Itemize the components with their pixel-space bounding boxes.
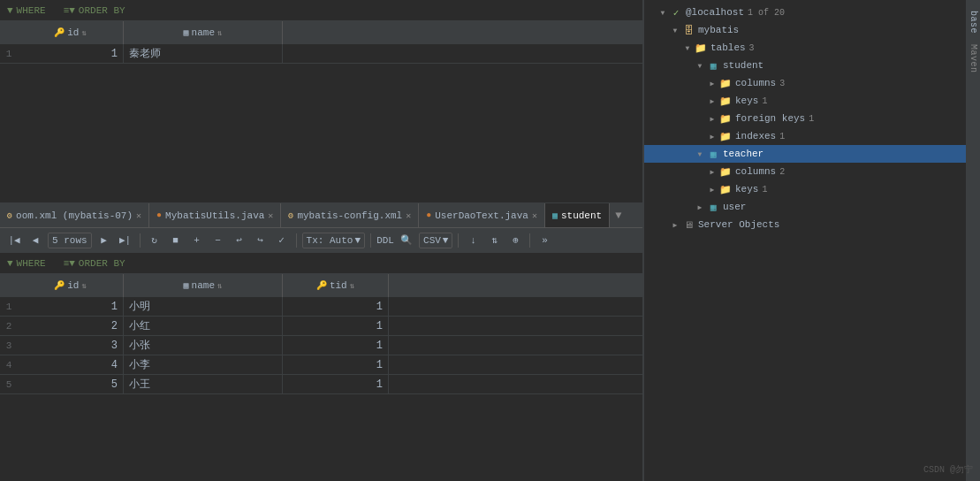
cell-tid-3: 1 — [283, 336, 389, 355]
tree-host[interactable]: ▼ ✓ @localhost 1 of 20 — [644, 4, 966, 21]
tree-table-teacher[interactable]: ▼ ▦ teacher — [644, 145, 966, 163]
search-btn[interactable]: 🔍 — [398, 232, 415, 249]
host-badge: 1 of 20 — [748, 8, 785, 18]
refresh-btn[interactable]: ↻ — [146, 232, 163, 249]
delete-btn[interactable]: − — [209, 232, 227, 249]
tab-config-xml[interactable]: ⚙ mybatis-config.xml ✕ — [281, 203, 419, 227]
undo-btn[interactable]: ↩ — [231, 232, 248, 249]
tables-arrow: ▼ — [681, 42, 694, 54]
table-row[interactable]: 5 5 小王 1 — [0, 375, 642, 394]
row-num-2: 2 — [0, 321, 18, 332]
tree-student-columns[interactable]: ▶ 📁 columns 3 — [644, 74, 966, 92]
b-table-icon: ▦ — [184, 280, 189, 291]
tab-close-icon-4[interactable]: ✕ — [532, 210, 537, 221]
add-btn[interactable]: + — [188, 232, 206, 249]
bottom-filter-bar: ▼ WHERE ≡▼ ORDER BY — [0, 253, 642, 274]
redo-btn[interactable]: ↪ — [252, 232, 270, 249]
tab-mybatisutils[interactable]: ● MybatisUtils.java ✕ — [149, 203, 281, 227]
user-label: user — [723, 202, 746, 212]
extra-btn[interactable]: » — [536, 232, 553, 249]
orderby-label: ORDER BY — [79, 5, 125, 16]
bottom-col-tid[interactable]: 🔑 tid ⇅ — [283, 274, 389, 297]
key-icon: 🔑 — [54, 27, 65, 38]
cell-name-5: 小王 — [124, 375, 283, 393]
cell-id-1: 1 — [18, 297, 124, 316]
nav-prev-btn[interactable]: ◀ — [27, 232, 44, 249]
tab-label: oom.xml (mybatis-07) — [16, 210, 133, 221]
cell-id-3: 3 — [18, 336, 124, 355]
s-fk-label: foreign keys — [735, 113, 805, 124]
host-icon: ✓ — [669, 6, 683, 19]
tab-label-5: student — [561, 210, 602, 221]
table-row[interactable]: 4 4 小李 1 — [0, 355, 642, 375]
database-tree: ▼ ✓ @localhost 1 of 20 ▼ 🗄 mybatis ▼ 📁 t… — [644, 0, 966, 481]
tab-more-button[interactable]: ▼ — [610, 210, 627, 222]
ddl-btn[interactable]: DDL — [376, 232, 394, 249]
filter-icon: ▼ — [7, 5, 13, 16]
bottom-where-filter[interactable]: ▼ WHERE — [7, 258, 46, 269]
bottom-col-name[interactable]: ▦ name ⇅ — [124, 274, 283, 297]
sidebar-tab-base[interactable]: base — [969, 5, 978, 39]
table-icon-student: ▦ — [706, 59, 720, 72]
tree-db-mybatis[interactable]: ▼ 🗄 mybatis — [644, 21, 966, 39]
col-id-label: id — [67, 27, 79, 38]
bottom-orderby-filter[interactable]: ≡▼ ORDER BY — [64, 258, 125, 269]
stop-btn[interactable]: ■ — [167, 232, 185, 249]
tree-teacher-keys[interactable]: ▶ 📁 keys 1 — [644, 180, 966, 198]
more-btn[interactable]: ⊕ — [506, 232, 524, 249]
table-icon: ▦ — [184, 27, 189, 38]
tab-xml-icon-2: ⚙ — [288, 210, 293, 221]
row-num: 1 — [0, 49, 18, 59]
t-col-arrow: ▶ — [706, 165, 718, 178]
tree-tables-folder[interactable]: ▼ 📁 tables 3 — [644, 39, 966, 57]
tab-bar: ⚙ oom.xml (mybatis-07) ✕ ● MybatisUtils.… — [0, 203, 642, 228]
host-arrow: ▼ — [657, 6, 669, 19]
tab-close-icon-3[interactable]: ✕ — [406, 210, 411, 221]
toolbar: |◀ ◀ 5 rows ▶ ▶| ↻ ■ + − ↩ ↪ ✓ Tx: Auto … — [0, 228, 642, 253]
sep3 — [370, 233, 371, 248]
sidebar-tab-maven[interactable]: Maven — [969, 39, 978, 79]
tx-dropdown[interactable]: Tx: Auto ▼ — [302, 233, 365, 248]
b-sort-icon-name: ⇅ — [217, 281, 222, 291]
csv-dropdown[interactable]: CSV ▼ — [419, 233, 452, 248]
tab-userdaotext[interactable]: ● UserDaoText.java ✕ — [419, 203, 545, 227]
tab-close-icon-2[interactable]: ✕ — [268, 210, 273, 221]
cell-tid-5: 1 — [283, 375, 389, 393]
row-num-1: 1 — [0, 302, 18, 312]
table-row[interactable]: 2 2 小红 1 — [0, 317, 642, 336]
db-icon: 🗄 — [681, 24, 695, 36]
nav-first-btn[interactable]: |◀ — [5, 232, 23, 249]
tree-table-student[interactable]: ▼ ▦ student — [644, 57, 966, 74]
import-btn[interactable]: ⇅ — [485, 232, 503, 249]
table-row[interactable]: 3 3 小张 1 — [0, 336, 642, 355]
bottom-col-id[interactable]: 🔑 id ⇅ — [18, 274, 124, 297]
tree-student-keys[interactable]: ▶ 📁 keys 1 — [644, 92, 966, 110]
tree-table-user[interactable]: ▶ ▦ user — [644, 198, 966, 216]
nav-last-btn[interactable]: ▶| — [117, 232, 134, 249]
tab-student[interactable]: ▦ student — [545, 203, 610, 227]
tree-server-objects[interactable]: ▶ 🖥 Server Objects — [644, 216, 966, 233]
apply-btn[interactable]: ✓ — [273, 232, 291, 249]
s-idx-label: indexes — [735, 131, 776, 141]
tab-close-icon[interactable]: ✕ — [136, 210, 141, 221]
export-btn[interactable]: ↓ — [464, 232, 482, 249]
top-query-area: ▼ WHERE ≡▼ ORDER BY 🔑 id ⇅ ▦ name ⇅ — [0, 0, 642, 203]
t-keys-arrow: ▶ — [706, 183, 718, 195]
nav-next-btn[interactable]: ▶ — [95, 232, 113, 249]
t-col-label: columns — [735, 166, 776, 177]
table-row[interactable]: 1 1 秦老师 — [0, 44, 642, 64]
tree-student-indexes[interactable]: ▶ 📁 indexes 1 — [644, 127, 966, 145]
b-sort-icon-tid: ⇅ — [350, 281, 354, 291]
orderby-filter[interactable]: ≡▼ ORDER BY — [64, 5, 125, 16]
col-header-id[interactable]: 🔑 id ⇅ — [18, 21, 124, 44]
tree-teacher-columns[interactable]: ▶ 📁 columns 2 — [644, 163, 966, 180]
watermark: CSDN @勿宁 — [923, 463, 973, 476]
where-filter[interactable]: ▼ WHERE — [7, 5, 46, 16]
table-row[interactable]: 1 1 小明 1 — [0, 297, 642, 317]
s-col-badge: 3 — [779, 79, 785, 88]
col-header-name[interactable]: ▦ name ⇅ — [124, 21, 283, 44]
right-sidebar-tabs: base Maven — [966, 0, 980, 481]
tab-mapper-xml[interactable]: ⚙ oom.xml (mybatis-07) ✕ — [0, 203, 149, 227]
rows-label: 5 rows — [48, 233, 92, 248]
tree-student-foreignkeys[interactable]: ▶ 📁 foreign keys 1 — [644, 110, 966, 127]
